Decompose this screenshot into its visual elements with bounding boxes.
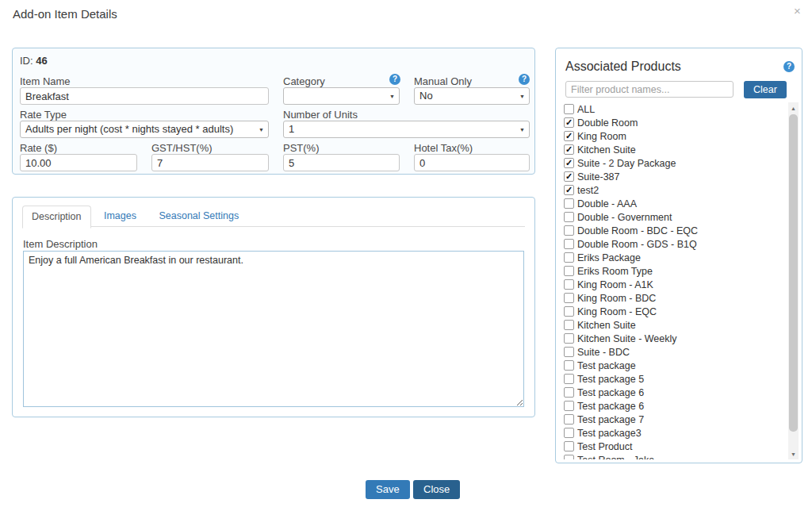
product-checkbox[interactable] [564, 333, 574, 344]
hotel-tax-input[interactable] [414, 154, 530, 171]
product-label: Suite - 2 Day Package [577, 158, 676, 169]
product-list-item[interactable]: ✓test2 [564, 183, 784, 197]
product-checkbox[interactable] [564, 266, 574, 276]
product-checkbox[interactable] [564, 401, 574, 411]
rate-input[interactable] [20, 154, 137, 171]
product-checkbox[interactable] [564, 347, 574, 357]
product-checkbox[interactable] [564, 306, 574, 317]
product-checkbox[interactable] [564, 198, 574, 209]
product-checkbox[interactable]: ✓ [564, 117, 574, 128]
manual-only-select[interactable]: No ▼ [414, 87, 530, 105]
item-description-textarea[interactable]: Enjoy a full American Breakfast in our r… [23, 251, 524, 407]
product-label: King Room - EQC [577, 306, 657, 317]
product-checkbox[interactable] [564, 428, 574, 438]
product-list-item[interactable]: Test Product [564, 440, 784, 453]
product-checkbox[interactable] [564, 414, 574, 425]
product-list-item[interactable]: Eriks Package [564, 251, 784, 264]
manual-only-label: Manual Only [414, 75, 472, 87]
product-list-item[interactable]: Double Room - GDS - B1Q [564, 237, 784, 251]
number-of-units-label: Number of Units [283, 109, 358, 121]
product-list-item[interactable]: Test package [564, 359, 784, 372]
product-label: Test package [577, 360, 636, 371]
modal-close-icon[interactable]: × [794, 4, 801, 17]
product-checkbox[interactable] [564, 374, 574, 384]
product-checkbox[interactable]: ✓ [564, 131, 574, 141]
product-list-item[interactable]: Test package 6 [564, 399, 784, 413]
pst-input[interactable] [283, 154, 400, 171]
product-label: Eriks Room Type [577, 266, 653, 277]
product-label: Double Room [577, 117, 638, 129]
product-checkbox[interactable]: ✓ [564, 171, 574, 182]
scroll-up-icon: ▲ [791, 106, 796, 111]
category-select[interactable]: ▼ [283, 87, 400, 105]
pst-label: PST(%) [283, 142, 320, 154]
product-list-item[interactable]: ✓Double Room [564, 116, 784, 129]
item-id: ID: 46 [20, 55, 48, 67]
tab-description[interactable]: Description [22, 206, 91, 229]
close-button[interactable]: Close [413, 480, 460, 499]
product-list-item[interactable]: Double Room - BDC - EQC [564, 224, 784, 237]
product-list-item[interactable]: King Room - A1K [564, 278, 784, 291]
scroll-up-button[interactable]: ▲ [788, 102, 799, 113]
product-list-item[interactable]: Suite - BDC [564, 345, 784, 359]
product-checkbox[interactable]: ✓ [564, 144, 574, 155]
gst-hst-input[interactable] [151, 154, 269, 171]
product-checkbox[interactable] [564, 455, 574, 459]
product-list-item[interactable]: ✓Suite - 2 Day Package [564, 156, 784, 170]
product-label: King Room - A1K [577, 279, 653, 290]
product-checkbox[interactable] [564, 212, 574, 222]
product-checkbox[interactable]: ✓ [564, 185, 574, 195]
product-checkbox[interactable] [564, 441, 574, 451]
product-filter-input[interactable] [565, 81, 733, 98]
product-label: Test Room - Jake [577, 455, 654, 460]
product-checkbox[interactable] [564, 320, 574, 330]
product-label: Double Room - BDC - EQC [577, 225, 698, 236]
product-list-item[interactable]: King Room - EQC [564, 305, 784, 318]
product-label: Test package 5 [577, 374, 644, 385]
product-label: ALL [577, 104, 595, 115]
product-list-item[interactable]: King Room - BDC [564, 291, 784, 305]
product-list-item[interactable]: ALL [564, 102, 784, 116]
item-name-input[interactable] [20, 87, 269, 105]
product-list-item[interactable]: Kitchen Suite - Weekly [564, 332, 784, 345]
gst-hst-label: GST/HST(%) [151, 142, 213, 154]
product-checkbox[interactable] [564, 239, 574, 249]
save-button[interactable]: Save [366, 480, 410, 499]
product-list-item[interactable]: ✓Suite-387 [564, 170, 784, 183]
rate-label: Rate ($) [20, 142, 57, 154]
product-list-item[interactable]: Double - Government [564, 210, 784, 224]
product-label: Kitchen Suite [577, 144, 636, 156]
product-list-item[interactable]: Kitchen Suite [564, 318, 784, 332]
product-checkbox[interactable]: ✓ [564, 158, 574, 168]
product-list-item[interactable]: Test package 7 [564, 413, 784, 426]
associated-products-help-icon[interactable]: ? [783, 61, 795, 72]
category-help-icon[interactable]: ? [389, 74, 400, 85]
product-label: Suite-387 [577, 171, 620, 182]
product-checkbox[interactable] [564, 360, 574, 371]
number-of-units-select[interactable]: 1 ▼ [283, 121, 530, 138]
product-list-item[interactable]: ✓Kitchen Suite [564, 143, 784, 156]
product-list-item[interactable]: Double - AAA [564, 197, 784, 210]
product-list-item[interactable]: Test package3 [564, 426, 784, 440]
product-list-item[interactable]: Eriks Room Type [564, 264, 784, 278]
scrollbar-thumb[interactable] [789, 114, 798, 432]
product-checkbox[interactable] [564, 279, 574, 290]
tab-images[interactable]: Images [94, 205, 146, 228]
product-checkbox[interactable] [564, 104, 574, 114]
tab-seasonal-settings[interactable]: Seasonal Settings [149, 205, 248, 228]
product-checkbox[interactable] [564, 387, 574, 398]
clear-button[interactable]: Clear [744, 81, 787, 98]
scroll-down-button[interactable]: ▼ [788, 448, 799, 459]
product-list-item[interactable]: Test package 5 [564, 372, 784, 386]
product-list-item[interactable]: Test Room - Jake [564, 453, 784, 459]
rate-type-select[interactable]: Adults per night (cost * nights stayed *… [20, 121, 269, 138]
manual-only-help-icon[interactable]: ? [519, 74, 530, 85]
product-list-scrollbar[interactable]: ▲ ▼ [788, 102, 799, 459]
product-list-item[interactable]: ✓King Room [564, 129, 784, 143]
product-list-item[interactable]: Test package 6 [564, 386, 784, 399]
product-checkbox[interactable] [564, 252, 574, 263]
product-checkbox[interactable] [564, 225, 574, 236]
product-checkbox[interactable] [564, 293, 574, 303]
caret-down-icon: ▼ [259, 127, 264, 133]
product-label: King Room - BDC [577, 293, 656, 304]
